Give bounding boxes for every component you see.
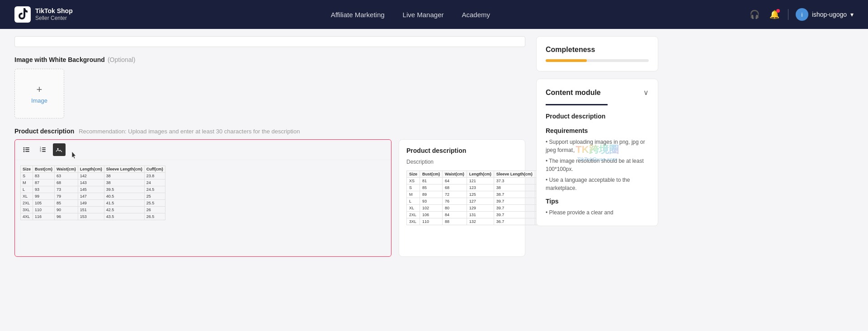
image-btn[interactable] bbox=[53, 143, 66, 156]
completeness-title: Completeness bbox=[546, 46, 649, 54]
preview-panel: Product description Description SizeBust… bbox=[399, 139, 525, 257]
right-sidebar: Completeness Content module ∨ Product de… bbox=[536, 36, 658, 266]
logo-text: TikTok Shop Seller Center bbox=[35, 7, 73, 21]
image-label: Image bbox=[31, 97, 47, 104]
requirements-section: Requirements • Support uploading images … bbox=[546, 127, 649, 192]
module-underline bbox=[546, 104, 608, 105]
chevron-down-icon: ∨ bbox=[643, 88, 649, 97]
tips-section: Tips • Please provide a clear and bbox=[546, 198, 649, 217]
nav-academy[interactable]: Academy bbox=[462, 9, 490, 20]
logo[interactable]: TikTok Shop Seller Center bbox=[14, 6, 73, 23]
unordered-list-btn[interactable] bbox=[20, 143, 33, 156]
svg-rect-0 bbox=[14, 6, 31, 23]
size-table-editor: SizeBust(cm)Waist(cm)Length(cm)Sleeve Le… bbox=[20, 166, 165, 220]
image-section-title: Image with White Background bbox=[14, 56, 105, 63]
main-container: Image with White Background (Optional) +… bbox=[0, 29, 868, 273]
svg-rect-12 bbox=[42, 151, 46, 152]
product-desc-header: Product description Recommendation: Uplo… bbox=[14, 128, 525, 135]
ordered-list-btn[interactable]: 1.2.3. bbox=[37, 143, 49, 156]
avatar: i bbox=[796, 8, 808, 21]
module-item-title: Product description bbox=[546, 113, 649, 120]
tips-title: Tips bbox=[546, 198, 649, 205]
header: TikTok Shop Seller Center Affiliate Mark… bbox=[0, 0, 868, 29]
svg-point-14 bbox=[57, 148, 59, 150]
plus-icon: + bbox=[37, 84, 42, 95]
tiktok-logo-icon bbox=[14, 6, 31, 23]
nav-live-manager[interactable]: Live Manager bbox=[403, 9, 444, 20]
image-white-bg-section: Image with White Background (Optional) +… bbox=[14, 56, 525, 118]
tips-text: • Please provide a clear and bbox=[546, 208, 649, 217]
preview-size-table: SizeBust(cm)Waist(cm)Length(cm)Sleeve Le… bbox=[406, 170, 557, 225]
completeness-card: Completeness bbox=[536, 36, 658, 71]
headphone-icon[interactable]: 🎧 bbox=[748, 8, 761, 21]
preview-title: Product description bbox=[406, 147, 518, 154]
logo-seller: Seller Center bbox=[35, 15, 73, 21]
image-section-optional: (Optional) bbox=[108, 56, 135, 63]
editor-body[interactable]: SizeBust(cm)Waist(cm)Length(cm)Sleeve Le… bbox=[15, 160, 391, 251]
chevron-down-icon: ▾ bbox=[850, 11, 854, 18]
cursor-icon bbox=[70, 151, 77, 160]
requirement-item-2: • The image resolution should be at leas… bbox=[546, 157, 649, 173]
product-desc-label: Product description bbox=[14, 128, 74, 135]
product-description-section: Product description Recommendation: Uplo… bbox=[14, 128, 525, 257]
image-upload-box[interactable]: + Image bbox=[14, 69, 64, 118]
user-name: ishop-ugogo bbox=[812, 11, 847, 18]
nav-affiliate-marketing[interactable]: Affiliate Marketing bbox=[331, 9, 385, 20]
top-bar-partial bbox=[14, 36, 525, 47]
content-module-title: Content module bbox=[546, 89, 601, 97]
progress-bar-bg bbox=[546, 59, 649, 62]
editor-toolbar: 1.2.3. bbox=[15, 140, 391, 160]
progress-bar-fill bbox=[546, 59, 587, 62]
svg-rect-4 bbox=[25, 149, 29, 150]
svg-rect-10 bbox=[42, 149, 46, 150]
header-divider bbox=[788, 9, 788, 20]
svg-text:3.: 3. bbox=[40, 150, 42, 152]
desc-editor[interactable]: 1.2.3. bbox=[14, 139, 392, 257]
main-nav: Affiliate Marketing Live Manager Academy bbox=[94, 9, 726, 20]
preview-subtitle: Description bbox=[406, 159, 518, 165]
content-module-header[interactable]: Content module ∨ bbox=[546, 88, 649, 97]
svg-point-5 bbox=[24, 151, 25, 152]
header-right: 🎧 🔔 i ishop-ugogo ▾ bbox=[748, 8, 854, 21]
image-section-label: Image with White Background (Optional) bbox=[14, 56, 525, 63]
svg-rect-8 bbox=[42, 147, 46, 148]
svg-rect-6 bbox=[25, 151, 29, 152]
requirement-item-1: • Support uploading images in png, jpg o… bbox=[546, 138, 649, 154]
notification-dot bbox=[776, 9, 780, 13]
content-module-card: Content module ∨ Product description Req… bbox=[536, 79, 658, 226]
notification-icon[interactable]: 🔔 bbox=[768, 8, 781, 21]
svg-rect-2 bbox=[25, 147, 29, 148]
product-desc-hint: Recommendation: Upload images and enter … bbox=[79, 128, 300, 135]
user-menu[interactable]: i ishop-ugogo ▾ bbox=[796, 8, 854, 21]
svg-point-3 bbox=[24, 149, 25, 151]
requirements-title: Requirements bbox=[546, 127, 649, 134]
content-area: Image with White Background (Optional) +… bbox=[14, 36, 525, 266]
logo-shop: TikTok Shop bbox=[35, 7, 73, 15]
product-desc-module: Product description bbox=[546, 113, 649, 120]
requirement-item-3: • Use a language acceptable to the marke… bbox=[546, 176, 649, 192]
desc-editor-wrapper: 1.2.3. bbox=[14, 139, 525, 257]
svg-point-1 bbox=[24, 147, 25, 149]
